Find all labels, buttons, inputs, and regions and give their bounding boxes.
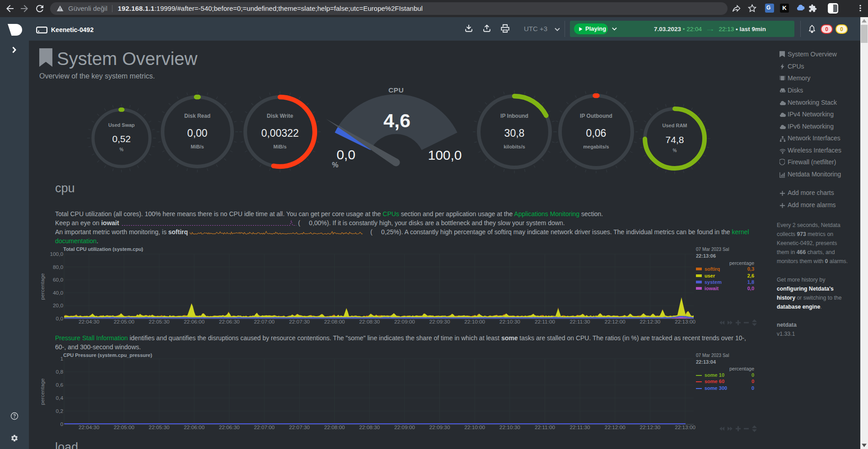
svg-text:22:12:30: 22:12:30 [639, 319, 660, 325]
svg-text:percentage: percentage [39, 378, 46, 405]
svg-text:22:10:30: 22:10:30 [499, 319, 520, 325]
svg-text:22:04:30: 22:04:30 [79, 319, 99, 325]
svg-text:22:09:30: 22:09:30 [429, 424, 450, 430]
svg-text:0,2: 0,2 [56, 408, 63, 414]
svg-text:0: 0 [60, 421, 63, 427]
svg-text:22:09:00: 22:09:00 [394, 424, 415, 430]
svg-text:22:07:00: 22:07:00 [254, 319, 275, 325]
svg-text:22:12:00: 22:12:00 [605, 319, 625, 325]
svg-text:100,0: 100,0 [50, 251, 63, 257]
svg-text:22:08:00: 22:08:00 [324, 319, 345, 325]
svg-text:22:11:30: 22:11:30 [570, 319, 590, 325]
svg-text:22:13:00: 22:13:00 [675, 319, 695, 325]
svg-text:0,4: 0,4 [56, 395, 64, 401]
svg-text:22:12:30: 22:12:30 [639, 424, 660, 430]
svg-text:percentage: percentage [39, 273, 46, 300]
svg-text:22:10:00: 22:10:00 [464, 319, 485, 325]
svg-text:22:09:00: 22:09:00 [394, 319, 415, 325]
svg-text:22:05:30: 22:05:30 [149, 424, 169, 430]
svg-text:22:10:30: 22:10:30 [499, 424, 520, 430]
svg-text:22:07:30: 22:07:30 [289, 424, 310, 430]
svg-text:22:06:00: 22:06:00 [184, 424, 205, 430]
svg-text:22:11:00: 22:11:00 [535, 319, 555, 325]
svg-text:22:11:00: 22:11:00 [535, 424, 555, 430]
svg-text:80,0: 80,0 [53, 264, 63, 270]
svg-text:22:04:30: 22:04:30 [79, 424, 99, 430]
svg-text:22:08:30: 22:08:30 [359, 424, 380, 430]
svg-text:22:05:00: 22:05:00 [114, 319, 135, 325]
svg-text:22:05:30: 22:05:30 [149, 319, 169, 325]
svg-text:22:09:30: 22:09:30 [429, 319, 450, 325]
svg-text:0,6: 0,6 [56, 382, 64, 388]
svg-text:40,0: 40,0 [53, 290, 63, 296]
svg-text:22:05:00: 22:05:00 [114, 424, 135, 430]
svg-text:0,0: 0,0 [56, 315, 64, 322]
svg-text:22:08:30: 22:08:30 [359, 319, 380, 325]
svg-text:22:06:00: 22:06:00 [184, 319, 205, 325]
svg-text:22:08:00: 22:08:00 [324, 424, 345, 430]
svg-text:22:06:30: 22:06:30 [219, 319, 240, 325]
svg-text:0,8: 0,8 [56, 369, 64, 375]
svg-text:20,0: 20,0 [53, 302, 63, 309]
svg-text:22:10:00: 22:10:00 [464, 424, 485, 430]
svg-text:60,0: 60,0 [53, 277, 63, 283]
svg-text:22:07:00: 22:07:00 [254, 424, 275, 430]
svg-text:22:11:30: 22:11:30 [570, 424, 590, 430]
svg-text:22:07:30: 22:07:30 [289, 319, 310, 325]
svg-text:22:12:00: 22:12:00 [605, 424, 625, 430]
svg-text:22:13:00: 22:13:00 [675, 424, 695, 430]
svg-text:22:06:30: 22:06:30 [219, 424, 240, 430]
